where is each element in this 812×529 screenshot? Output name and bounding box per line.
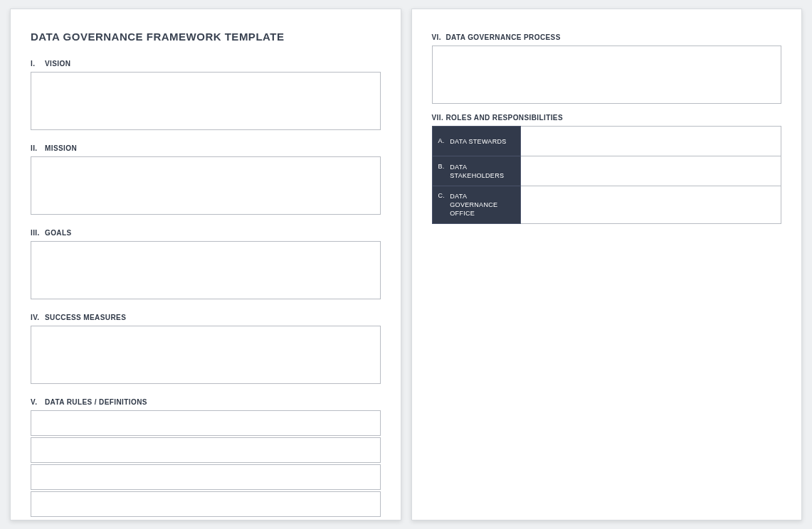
section-num: VI.	[432, 33, 446, 41]
rule-row[interactable]	[31, 410, 381, 436]
role-header-stakeholders: B. DATA STAKEHOLDERS	[432, 156, 520, 186]
section-roles-label: VII. ROLES AND RESPONSIBILITIES	[432, 114, 782, 122]
role-label: DATA STAKEHOLDERS	[450, 163, 511, 180]
section-text: ROLES AND RESPONSIBILITIES	[446, 114, 564, 122]
rules-rows	[31, 410, 381, 517]
section-text: SUCCESS MEASURES	[45, 314, 126, 321]
role-header-office: C. DATA GOVERNANCE OFFICE	[432, 186, 520, 224]
table-row: A. DATA STEWARDS	[432, 127, 781, 156]
table-row: B. DATA STAKEHOLDERS	[432, 156, 781, 186]
rule-row[interactable]	[31, 437, 381, 463]
role-label: DATA GOVERNANCE OFFICE	[450, 192, 511, 218]
roles-table: A. DATA STEWARDS B. DATA STAKEHOLDERS C.…	[432, 126, 782, 224]
role-num: A.	[438, 137, 448, 144]
section-vision-label: I. VISION	[31, 60, 381, 68]
section-process-label: VI. DATA GOVERNANCE PROCESS	[432, 33, 782, 41]
section-text: DATA GOVERNANCE PROCESS	[446, 33, 561, 41]
section-text: DATA RULES / DEFINITIONS	[45, 398, 147, 406]
success-input-box[interactable]	[31, 326, 381, 384]
section-text: VISION	[45, 60, 70, 68]
role-header-stewards: A. DATA STEWARDS	[432, 127, 520, 156]
section-text: GOALS	[45, 229, 72, 237]
page-left: DATA GOVERNANCE FRAMEWORK TEMPLATE I. VI…	[10, 9, 401, 520]
section-text: MISSION	[45, 144, 77, 152]
section-num: VII.	[432, 114, 446, 122]
section-num: III.	[31, 229, 45, 237]
mission-input-box[interactable]	[31, 156, 381, 215]
rule-row[interactable]	[31, 491, 381, 517]
rule-row[interactable]	[31, 464, 381, 490]
page-right: VI. DATA GOVERNANCE PROCESS VII. ROLES A…	[411, 9, 803, 520]
section-goals-label: III. GOALS	[31, 229, 381, 237]
role-value-office[interactable]	[520, 186, 781, 224]
role-num: B.	[438, 163, 448, 170]
section-rules-label: V. DATA RULES / DEFINITIONS	[31, 398, 381, 406]
section-num: V.	[31, 398, 45, 406]
role-label: DATA STEWARDS	[450, 137, 506, 146]
role-value-stakeholders[interactable]	[520, 156, 781, 186]
goals-input-box[interactable]	[31, 241, 381, 299]
table-row: C. DATA GOVERNANCE OFFICE	[432, 186, 781, 224]
role-value-stewards[interactable]	[520, 127, 781, 156]
section-num: I.	[31, 60, 45, 68]
page-title: DATA GOVERNANCE FRAMEWORK TEMPLATE	[31, 31, 381, 43]
vision-input-box[interactable]	[31, 72, 381, 130]
process-input-box[interactable]	[432, 46, 782, 104]
section-mission-label: II. MISSION	[31, 144, 381, 152]
section-num: IV.	[31, 314, 45, 321]
section-success-label: IV. SUCCESS MEASURES	[31, 314, 381, 321]
role-num: C.	[438, 192, 448, 199]
section-num: II.	[31, 144, 45, 152]
